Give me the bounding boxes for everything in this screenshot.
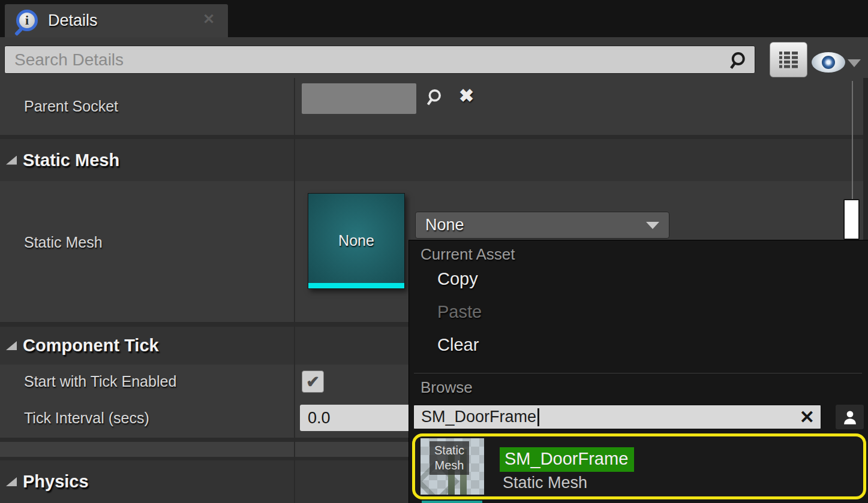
tab-close-icon[interactable]: ✕ xyxy=(203,11,215,28)
asset-search-value: SM_DoorFrame xyxy=(421,408,536,426)
thumbnail-accent-bar xyxy=(308,283,404,288)
static-mesh-thumbnail[interactable]: None xyxy=(308,193,405,289)
thumbnail-none-label: None xyxy=(308,232,404,249)
start-with-tick-label: Start with Tick Enabled xyxy=(24,373,176,390)
thumbnail-type-badge: Static Mesh xyxy=(430,441,469,475)
text-caret xyxy=(537,408,539,426)
asset-search-box[interactable]: SM_DoorFrame ✕ xyxy=(413,405,821,429)
expand-arrow-icon xyxy=(6,477,17,486)
asset-result-name: SM_DoorFrame xyxy=(500,447,634,472)
result-accent-bar xyxy=(422,501,482,503)
parent-socket-search-icon[interactable] xyxy=(424,87,445,109)
search-row xyxy=(0,37,868,78)
asset-picker-menu: Current Asset Copy Paste Clear Browse SM… xyxy=(409,240,868,503)
tab-bar: i Details ✕ xyxy=(0,0,868,37)
section-title: Component Tick xyxy=(23,336,159,356)
menu-item-clear[interactable]: Clear xyxy=(437,335,479,355)
scrollbar-track[interactable] xyxy=(852,81,853,200)
combobox-chevron-icon xyxy=(646,222,659,229)
expand-arrow-icon xyxy=(6,341,17,350)
person-icon xyxy=(842,408,858,426)
tick-interval-input[interactable]: 0.0 xyxy=(300,405,414,431)
section-title: Physics xyxy=(23,472,89,492)
details-panel: i Details ✕ xyxy=(0,0,868,503)
parent-socket-clear-icon[interactable]: ✖ xyxy=(459,85,474,106)
start-with-tick-checkbox[interactable]: ✔ xyxy=(302,371,324,393)
menu-separator xyxy=(414,373,862,374)
view-options-chevron-icon[interactable] xyxy=(848,59,861,67)
browse-header: Browse xyxy=(421,378,473,397)
static-mesh-asset-combobox[interactable]: None xyxy=(415,212,669,239)
property-matrix-button[interactable] xyxy=(770,42,807,77)
parent-socket-label: Parent Socket xyxy=(24,98,118,115)
checkbox-check-icon: ✔ xyxy=(306,372,320,391)
view-options-eye-icon[interactable] xyxy=(812,52,845,73)
current-asset-header: Current Asset xyxy=(421,245,515,264)
parent-socket-input[interactable] xyxy=(302,83,416,114)
eye-iris xyxy=(822,56,835,69)
tick-interval-label: Tick Interval (secs) xyxy=(24,409,149,427)
tab-title: Details xyxy=(48,11,98,30)
scrollbar-thumb[interactable] xyxy=(843,199,860,240)
details-info-magnifier-icon: i xyxy=(13,8,38,34)
tick-interval-value: 0.0 xyxy=(308,409,331,427)
search-magnifier-icon xyxy=(727,50,749,71)
static-mesh-label: Static Mesh xyxy=(24,234,103,251)
grid-icon xyxy=(779,50,799,70)
menu-item-copy[interactable]: Copy xyxy=(437,269,478,289)
column-divider[interactable] xyxy=(294,78,295,503)
asset-result-thumbnail: Static Mesh xyxy=(421,438,484,495)
asset-result-item[interactable]: Static Mesh SM_DoorFrame Static Mesh xyxy=(412,433,866,499)
combobox-value: None xyxy=(425,216,464,234)
search-details-input[interactable] xyxy=(5,46,755,73)
section-title: Static Mesh xyxy=(23,150,119,170)
tab-details[interactable]: i Details ✕ xyxy=(5,4,228,37)
asset-result-type: Static Mesh xyxy=(503,474,587,492)
expand-arrow-icon xyxy=(6,156,17,165)
magnifier-handle xyxy=(14,27,23,35)
section-header-static-mesh[interactable]: Static Mesh xyxy=(0,139,868,181)
menu-item-paste[interactable]: Paste xyxy=(437,302,482,322)
right-edge-strip xyxy=(863,78,868,240)
other-developers-filter-button[interactable] xyxy=(836,405,864,429)
asset-search-clear-icon[interactable]: ✕ xyxy=(800,406,815,427)
search-details-box[interactable] xyxy=(4,46,755,74)
